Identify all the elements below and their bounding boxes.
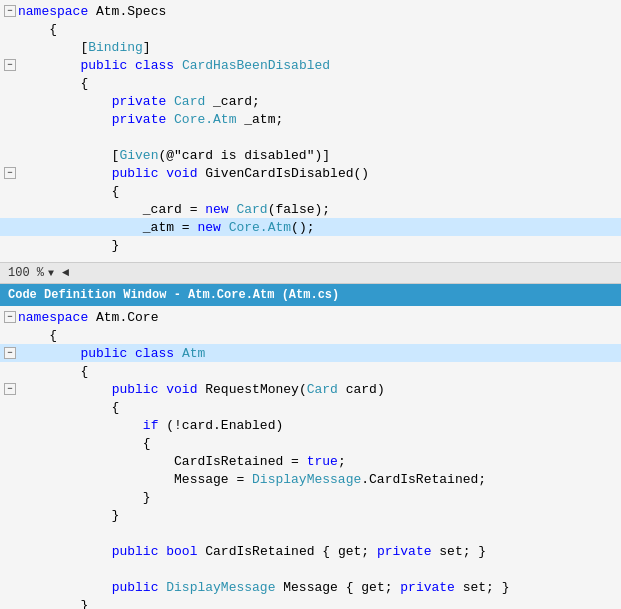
- code-content-11: {: [18, 184, 119, 199]
- def-line-3: − public class Atm: [0, 344, 621, 362]
- code-line-4: − public class CardHasBeenDisabled: [0, 56, 621, 74]
- def-line-15: [0, 560, 621, 578]
- code-line-5: {: [0, 74, 621, 92]
- def-line-16: public DisplayMessage Message { get; pri…: [0, 578, 621, 596]
- bottom-code-area: − namespace Atm.Core { − public class At…: [0, 306, 621, 609]
- def-content-11: }: [18, 490, 151, 505]
- def-content-9: CardIsRetained = true;: [18, 454, 346, 469]
- code-content-9: [Given(@"card is disabled")]: [18, 148, 330, 163]
- def-content-14: public bool CardIsRetained { get; privat…: [18, 544, 486, 559]
- zoom-label: 100 %: [8, 266, 44, 280]
- def-content-7: if (!card.Enabled): [18, 418, 283, 433]
- def-content-10: Message = DisplayMessage.CardIsRetained;: [18, 472, 486, 487]
- code-content-14: }: [18, 238, 119, 253]
- def-line-12: }: [0, 506, 621, 524]
- def-line-6: {: [0, 398, 621, 416]
- top-code-area: − namespace Atm.Specs { [Binding] − publ…: [0, 0, 621, 256]
- def-line-17: }: [0, 596, 621, 609]
- code-line-12: _card = new Card(false);: [0, 200, 621, 218]
- def-content-3: public class Atm: [18, 346, 205, 361]
- code-line-9: [Given(@"card is disabled")]: [0, 146, 621, 164]
- def-line-4: {: [0, 362, 621, 380]
- code-content-4: public class CardHasBeenDisabled: [18, 58, 330, 73]
- def-content-1: namespace Atm.Core: [18, 310, 158, 325]
- status-bar: 100 % ▼ ◄: [0, 262, 621, 284]
- def-line-9: CardIsRetained = true;: [0, 452, 621, 470]
- code-content-2: {: [18, 22, 57, 37]
- def-collapse-3[interactable]: −: [4, 347, 16, 359]
- main-container: − namespace Atm.Specs { [Binding] − publ…: [0, 0, 621, 609]
- def-line-13: [0, 524, 621, 542]
- def-line-7: if (!card.Enabled): [0, 416, 621, 434]
- def-line-8: {: [0, 434, 621, 452]
- code-content-7: private Core.Atm _atm;: [18, 112, 283, 127]
- zoom-dropdown[interactable]: ▼: [48, 268, 54, 279]
- code-line-3: [Binding]: [0, 38, 621, 56]
- def-line-10: Message = DisplayMessage.CardIsRetained;: [0, 470, 621, 488]
- code-line-10: − public void GivenCardIsDisabled(): [0, 164, 621, 182]
- code-content-5: {: [18, 76, 88, 91]
- def-line-1: − namespace Atm.Core: [0, 308, 621, 326]
- code-line-11: {: [0, 182, 621, 200]
- code-line-13: _atm = new Core.Atm();: [0, 218, 621, 236]
- definition-window-header: Code Definition Window - Atm.Core.Atm (A…: [0, 284, 621, 306]
- code-content-12: _card = new Card(false);: [18, 202, 330, 217]
- bottom-code-panel: − namespace Atm.Core { − public class At…: [0, 306, 621, 609]
- def-line-5: − public void RequestMoney(Card card): [0, 380, 621, 398]
- def-content-16: public DisplayMessage Message { get; pri…: [18, 580, 510, 595]
- collapse-4[interactable]: −: [4, 59, 16, 71]
- def-content-8: {: [18, 436, 151, 451]
- top-code-panel: − namespace Atm.Specs { [Binding] − publ…: [0, 0, 621, 262]
- code-line-2: {: [0, 20, 621, 38]
- def-content-4: {: [18, 364, 88, 379]
- code-line-7: private Core.Atm _atm;: [0, 110, 621, 128]
- def-content-6: {: [18, 400, 119, 415]
- def-content-17: }: [18, 598, 88, 610]
- code-line-1: − namespace Atm.Specs: [0, 2, 621, 20]
- code-content-10: public void GivenCardIsDisabled(): [18, 166, 369, 181]
- code-line-8: [0, 128, 621, 146]
- definition-title: Code Definition Window - Atm.Core.Atm (A…: [8, 288, 339, 302]
- def-content-2: {: [18, 328, 57, 343]
- collapse-10[interactable]: −: [4, 167, 16, 179]
- def-line-11: }: [0, 488, 621, 506]
- def-content-12: }: [18, 508, 119, 523]
- code-line-14: }: [0, 236, 621, 254]
- def-line-14: public bool CardIsRetained { get; privat…: [0, 542, 621, 560]
- code-content-1: namespace Atm.Specs: [18, 4, 166, 19]
- def-line-2: {: [0, 326, 621, 344]
- code-content-13: _atm = new Core.Atm();: [18, 220, 314, 235]
- def-collapse-5[interactable]: −: [4, 383, 16, 395]
- def-content-5: public void RequestMoney(Card card): [18, 382, 385, 397]
- code-line-6: private Card _card;: [0, 92, 621, 110]
- collapse-1[interactable]: −: [4, 5, 16, 17]
- code-content-6: private Card _card;: [18, 94, 260, 109]
- def-collapse-1[interactable]: −: [4, 311, 16, 323]
- code-content-3: [Binding]: [18, 40, 151, 55]
- scroll-left[interactable]: ◄: [62, 266, 69, 280]
